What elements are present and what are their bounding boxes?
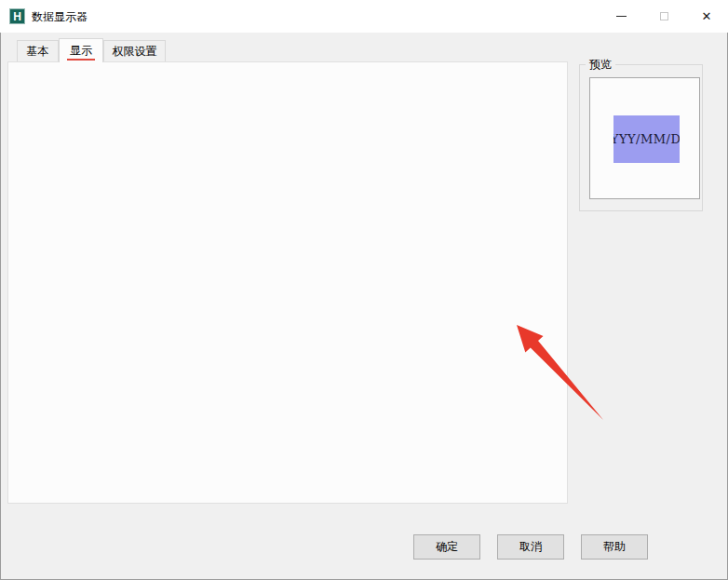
app-icon: H: [9, 8, 25, 24]
close-button[interactable]: ✕: [685, 0, 728, 33]
close-icon: ✕: [702, 10, 712, 22]
title-bar: H 数据显示器 ✕: [0, 0, 728, 33]
help-button[interactable]: 帮助: [581, 534, 648, 560]
preview-value-rect: YYYY/MM/DD: [613, 115, 680, 163]
preview-group-legend: 预览: [586, 57, 615, 73]
cancel-button[interactable]: 取消: [497, 534, 564, 560]
cancel-button-label: 取消: [519, 539, 542, 555]
tab-basic[interactable]: 基本: [17, 40, 59, 62]
help-button-label: 帮助: [603, 539, 626, 555]
maximize-button: [642, 0, 685, 33]
tab-page-display: [7, 61, 568, 504]
maximize-icon: [660, 12, 668, 20]
window-title: 数据显示器: [32, 9, 88, 25]
minimize-icon: [616, 16, 627, 17]
preview-format-text: YYYY/MM/DD: [613, 132, 680, 146]
preview-group: 预览 YYYY/MM/DD: [579, 64, 703, 211]
tab-display-label: 显示: [70, 43, 92, 59]
tab-basic-label: 基本: [27, 44, 49, 60]
tab-permission[interactable]: 权限设置: [103, 40, 166, 62]
ok-button-label: 确定: [436, 539, 458, 555]
active-tab-underline: [67, 59, 95, 61]
preview-panel: YYYY/MM/DD: [589, 77, 700, 199]
tab-display[interactable]: 显示: [59, 38, 103, 62]
tab-permission-label: 权限设置: [113, 44, 157, 60]
ok-button[interactable]: 确定: [413, 534, 480, 560]
minimize-button[interactable]: [600, 0, 642, 33]
